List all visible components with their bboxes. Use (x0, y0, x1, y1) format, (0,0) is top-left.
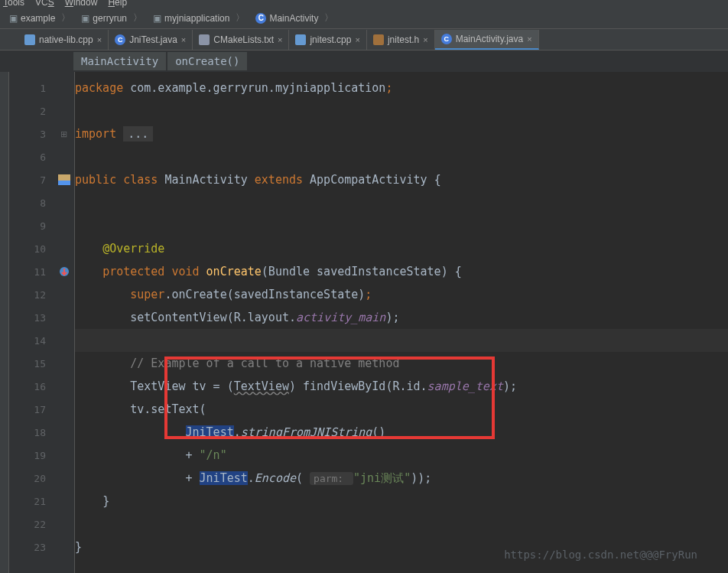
line-num[interactable]: 16 (9, 375, 54, 398)
line-num[interactable]: 6 (9, 145, 54, 168)
tab-jnitest-java[interactable]: C JniTest.java × (109, 30, 193, 50)
line-num[interactable]: 7 (9, 168, 54, 191)
tab-cmakelists[interactable]: CMakeLists.txt × (193, 30, 289, 50)
txt-icon (199, 34, 210, 45)
tab-jnitest-h[interactable]: jnitest.h × (367, 30, 435, 50)
close-icon[interactable]: × (278, 35, 282, 44)
h-icon (373, 34, 384, 45)
close-icon[interactable]: × (355, 35, 359, 44)
menu-help[interactable]: Help (108, 0, 127, 8)
tab-jnitest-cpp[interactable]: jnitest.cpp × (289, 30, 366, 50)
close-icon[interactable]: × (97, 35, 102, 44)
line-num[interactable]: 1 (9, 77, 54, 99)
line-num[interactable]: 19 (9, 444, 54, 467)
menu-window[interactable]: Window (65, 0, 98, 8)
gutter-icons: ⊞ (54, 72, 75, 573)
crumb-example[interactable]: ▣ example〉 (5, 10, 75, 26)
line-num[interactable]: 11 (9, 260, 54, 283)
line-num[interactable]: 22 (9, 513, 54, 536)
line-num[interactable]: 17 (9, 398, 54, 421)
close-icon[interactable]: × (181, 35, 186, 44)
class-icon: C (255, 13, 266, 24)
editor-breadcrumb: MainActivity onCreate() (0, 50, 728, 72)
parameter-hint: parm: (310, 472, 353, 485)
crumb-mainactivity[interactable]: C MainActivity〉 (251, 10, 338, 26)
line-num[interactable]: 14 (9, 329, 54, 352)
java-icon: C (441, 34, 452, 44)
tab-mainactivity[interactable]: C MainActivity.java × (435, 30, 539, 50)
gutter[interactable]: 1 2 3 6 7 8 9 10 11 12 13 14 15 16 17 18… (9, 72, 54, 573)
java-icon: C (115, 34, 125, 45)
breadcrumb: ▣ example〉 ▣ gerryrun〉 ▣ myjniapplicatio… (0, 8, 728, 29)
line-num[interactable]: 3 (9, 122, 54, 145)
menu-tools[interactable]: TToolsools (3, 0, 24, 8)
line-num[interactable]: 15 (9, 352, 54, 375)
line-num[interactable]: 2 (9, 99, 54, 122)
override-icon[interactable] (59, 266, 70, 277)
line-num[interactable]: 8 (9, 191, 54, 214)
line-num[interactable]: 18 (9, 421, 54, 444)
cpp-icon (24, 34, 35, 45)
eb-class[interactable]: MainActivity (73, 52, 166, 70)
watermark: https://blog.csdn.net@@@FryRun (504, 549, 697, 561)
line-num[interactable]: 20 (9, 467, 54, 490)
eb-method[interactable]: onCreate() (167, 52, 247, 70)
editor-tabs: native-lib.cpp × C JniTest.java × CMakeL… (0, 29, 728, 50)
svg-rect-1 (58, 181, 70, 185)
tool-strip[interactable] (0, 72, 9, 573)
close-icon[interactable]: × (423, 35, 427, 44)
editor: 1 2 3 6 7 8 9 10 11 12 13 14 15 16 17 18… (0, 72, 728, 573)
folder-icon: ▣ (9, 13, 18, 24)
line-num[interactable]: 12 (9, 283, 54, 306)
menu-vcs[interactable]: VCS (35, 0, 54, 8)
cpp-icon (295, 34, 306, 45)
close-icon[interactable]: × (527, 34, 531, 44)
line-num[interactable]: 13 (9, 306, 54, 329)
folder-icon: ▣ (153, 13, 161, 24)
folder-icon: ▣ (81, 13, 89, 24)
line-num[interactable]: 21 (9, 490, 54, 513)
svg-rect-0 (58, 174, 70, 181)
menu-bar: TToolsools VCS Window Help (0, 0, 728, 8)
crumb-gerryrun[interactable]: ▣ gerryrun〉 (76, 10, 147, 26)
class-gutter-icon[interactable] (58, 174, 70, 185)
tab-native-lib[interactable]: native-lib.cpp × (18, 30, 109, 50)
line-num[interactable]: 10 (9, 237, 54, 260)
line-num[interactable]: 9 (9, 214, 54, 237)
line-num[interactable]: 23 (9, 536, 54, 558)
code-area[interactable]: package com.example.gerryrun.myjniapplic… (75, 72, 728, 573)
expand-icon[interactable]: ⊞ (60, 129, 67, 139)
crumb-myjniapplication[interactable]: ▣ myjniapplication〉 (148, 10, 249, 26)
